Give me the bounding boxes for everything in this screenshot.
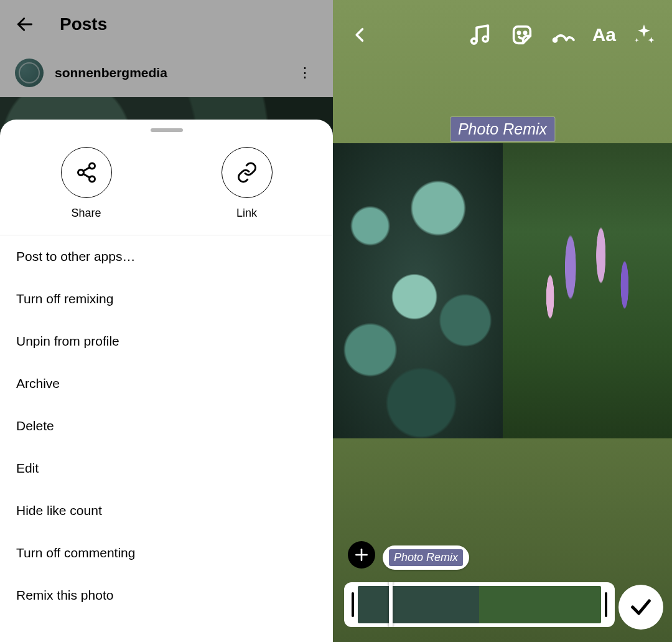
svg-point-6 <box>471 39 476 44</box>
remix-clip-pill[interactable]: Photo Remix <box>383 545 469 570</box>
remix-clip-pill-label: Photo Remix <box>389 549 463 566</box>
link-button[interactable]: Link <box>222 147 273 220</box>
sheet-action-row: Share Link <box>0 135 333 235</box>
story-editor-screen: Aa Photo Remix Photo Remix <box>333 0 672 642</box>
menu-hide-like-count[interactable]: Hide like count <box>0 489 333 532</box>
menu-edit[interactable]: Edit <box>0 447 333 489</box>
sheet-menu-list: Post to other apps… Turn off remixing Un… <box>0 235 333 616</box>
text-tool-button[interactable]: Aa <box>592 24 616 45</box>
link-label: Link <box>236 207 257 220</box>
chevron-back-icon[interactable] <box>352 22 369 47</box>
menu-post-other-apps[interactable]: Post to other apps… <box>0 235 333 278</box>
menu-archive[interactable]: Archive <box>0 362 333 405</box>
timeline-frames <box>358 586 601 623</box>
svg-point-7 <box>483 37 488 42</box>
sparkle-effects-icon[interactable] <box>630 21 658 49</box>
photo-remix-tag[interactable]: Photo Remix <box>450 117 554 141</box>
share-icon <box>61 147 112 198</box>
svg-line-4 <box>83 168 89 171</box>
menu-unpin[interactable]: Unpin from profile <box>0 320 333 362</box>
timeline-trim-start-handle[interactable] <box>352 592 354 617</box>
menu-remix-this-photo[interactable]: Remix this photo <box>0 574 333 616</box>
svg-point-9 <box>524 32 526 34</box>
menu-delete[interactable]: Delete <box>0 405 333 447</box>
share-label: Share <box>71 207 101 220</box>
story-toolbar: Aa <box>333 15 672 55</box>
clip-timeline[interactable] <box>344 582 615 627</box>
add-clip-button[interactable] <box>348 541 375 569</box>
remix-canvas[interactable] <box>333 143 672 438</box>
svg-line-5 <box>83 174 89 177</box>
remix-left-photo <box>333 143 503 438</box>
remix-right-photo <box>503 143 673 438</box>
menu-turn-off-remixing[interactable]: Turn off remixing <box>0 278 333 320</box>
menu-turn-off-commenting[interactable]: Turn off commenting <box>0 532 333 574</box>
link-icon <box>222 147 273 198</box>
timeline-trim-end-handle[interactable] <box>605 592 607 617</box>
post-options-sheet: Share Link Post to other apps… Turn off … <box>0 120 333 642</box>
draw-icon[interactable] <box>550 21 579 49</box>
sticker-icon[interactable] <box>508 21 536 49</box>
music-icon[interactable] <box>465 21 494 49</box>
posts-screen: Posts sonnenbergmedia ⋮ Share <box>0 0 333 642</box>
share-button[interactable]: Share <box>61 147 112 220</box>
sheet-grabber[interactable] <box>151 128 183 132</box>
svg-point-10 <box>553 39 556 42</box>
timeline-playhead[interactable] <box>389 582 393 627</box>
done-button[interactable] <box>618 585 663 630</box>
svg-point-8 <box>518 32 520 34</box>
